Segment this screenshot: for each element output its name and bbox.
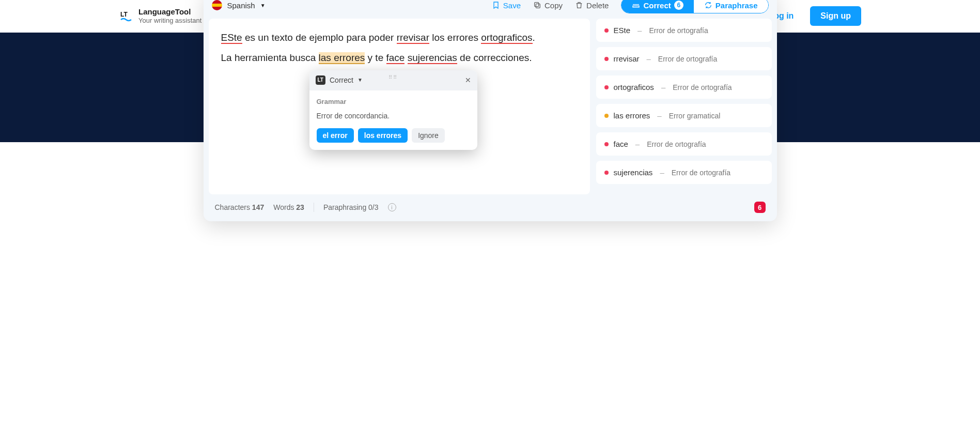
- err-word[interactable]: sujerencias: [408, 52, 457, 64]
- suggestion-button[interactable]: el error: [317, 128, 354, 143]
- svg-rect-1: [536, 4, 540, 8]
- err-word[interactable]: rrevisar: [397, 32, 429, 44]
- paraphrasing-count: Paraphrasing 0/3: [323, 203, 379, 211]
- svg-rect-2: [535, 3, 539, 7]
- delete-label: Delete: [586, 1, 609, 10]
- close-icon[interactable]: ✕: [465, 74, 471, 86]
- brand[interactable]: LT LanguageTool Your writing assistant: [119, 7, 201, 25]
- correction-popup: ⠿⠿ LT Correct ▼ ✕ Grammar Error de conco…: [309, 70, 477, 150]
- copy-icon: [533, 1, 541, 9]
- error-word: ortograficos: [614, 83, 654, 91]
- status-dot-icon: [604, 57, 609, 61]
- editor-textarea[interactable]: ESte es un texto de ejemplo para poder r…: [209, 19, 590, 194]
- status-dot-icon: [604, 85, 609, 89]
- ignore-button[interactable]: Ignore: [412, 128, 445, 143]
- err-word[interactable]: ortograficos: [481, 32, 532, 44]
- error-type: Error de ortografía: [672, 169, 730, 177]
- mode-toggle: Correct 6 Paraphrase: [621, 0, 768, 13]
- error-word: rrevisar: [614, 54, 640, 63]
- chevron-down-icon[interactable]: ▼: [357, 76, 363, 84]
- correct-count-badge: 6: [674, 1, 683, 10]
- error-word: face: [614, 140, 628, 148]
- error-type: Error de ortografía: [673, 83, 732, 91]
- error-count-badge[interactable]: 6: [754, 202, 766, 213]
- flag-spain-icon: [212, 0, 222, 10]
- mode-correct-button[interactable]: Correct 6: [621, 0, 693, 13]
- svg-text:LT: LT: [120, 11, 128, 18]
- error-type: Error de ortografía: [647, 140, 706, 148]
- drag-handle-icon[interactable]: ⠿⠿: [388, 73, 398, 82]
- error-card[interactable]: ortograficos–Error de ortografía: [596, 75, 772, 99]
- error-word: las errores: [614, 111, 650, 120]
- words-count: Words 23: [273, 203, 304, 211]
- text-line-2: La herramienta busca las errores y te fa…: [221, 50, 578, 66]
- bookmark-icon: [492, 1, 500, 9]
- brand-icon: LT: [119, 9, 133, 23]
- err-word[interactable]: face: [386, 52, 405, 64]
- err-word-grammar[interactable]: las errores: [319, 52, 365, 64]
- error-card[interactable]: las errores–Error gramatical: [596, 104, 772, 127]
- info-icon[interactable]: i: [388, 203, 396, 211]
- mode-correct-label: Correct: [643, 1, 671, 10]
- status-dot-icon: [604, 171, 609, 175]
- language-selector[interactable]: Spanish ▼: [212, 0, 266, 10]
- error-word: sujerencias: [614, 168, 653, 177]
- error-panel: ESte–Error de ortografíarrevisar–Error d…: [596, 19, 772, 194]
- error-word: ESte: [614, 26, 631, 35]
- language-label: Spanish: [227, 1, 255, 10]
- svg-rect-3: [633, 6, 639, 8]
- error-type: Error gramatical: [669, 112, 721, 120]
- popup-category: Grammar: [317, 97, 470, 108]
- text-line-1: ESte es un texto de ejemplo para poder r…: [221, 30, 578, 45]
- error-type: Error de ortografía: [658, 55, 717, 63]
- footer-separator: [314, 203, 314, 212]
- save-button[interactable]: Save: [492, 1, 521, 10]
- error-card[interactable]: sujerencias–Error de ortografía: [596, 161, 772, 184]
- copy-button[interactable]: Copy: [533, 1, 563, 10]
- popup-message: Error de concordancia.: [317, 110, 470, 121]
- characters-count: Characters 147: [215, 203, 265, 211]
- status-dot-icon: [604, 142, 609, 146]
- error-card[interactable]: face–Error de ortografía: [596, 132, 772, 156]
- error-card[interactable]: rrevisar–Error de ortografía: [596, 47, 772, 70]
- brand-title: LanguageTool: [138, 7, 201, 17]
- correct-icon: [632, 1, 640, 9]
- status-dot-icon: [604, 114, 609, 118]
- editor-toolbar: Spanish ▼ Save Copy Delete: [209, 0, 772, 19]
- delete-button[interactable]: Delete: [575, 1, 609, 10]
- editor-card: Spanish ▼ Save Copy Delete: [204, 0, 777, 221]
- mode-paraphrase-label: Paraphrase: [715, 1, 758, 10]
- brand-subtitle: Your writing assistant: [138, 17, 201, 25]
- trash-icon: [575, 1, 583, 9]
- signup-button[interactable]: Sign up: [810, 6, 861, 26]
- chevron-down-icon: ▼: [260, 3, 266, 8]
- error-card[interactable]: ESte–Error de ortografía: [596, 19, 772, 42]
- err-word[interactable]: ESte: [221, 32, 242, 44]
- status-dot-icon: [604, 28, 609, 33]
- lt-badge-icon: LT: [316, 75, 325, 85]
- editor-footer: Characters 147 Words 23 Paraphrasing 0/3…: [209, 194, 772, 221]
- paraphrase-icon: [704, 1, 712, 9]
- save-label: Save: [503, 1, 521, 10]
- mode-paraphrase-button[interactable]: Paraphrase: [694, 0, 768, 13]
- popup-title: Correct: [330, 74, 353, 86]
- copy-label: Copy: [545, 1, 563, 10]
- suggestion-button[interactable]: los errores: [358, 128, 408, 143]
- error-type: Error de ortografía: [649, 26, 708, 35]
